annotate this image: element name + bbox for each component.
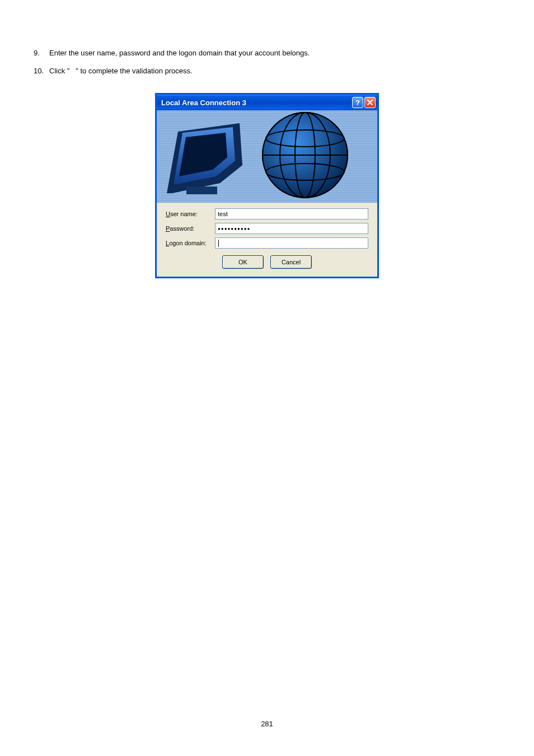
dialog-title: Local Area Connection 3 (161, 99, 352, 107)
ok-button[interactable]: OK (222, 255, 264, 269)
username-label: User name: (166, 211, 215, 217)
close-icon (367, 100, 373, 105)
credential-dialog: Local Area Connection 3 ? (155, 93, 379, 278)
step-9-text: Enter the user name, password and the lo… (49, 48, 500, 59)
cancel-button[interactable]: Cancel (270, 255, 312, 269)
step-10-number: 10. (34, 66, 49, 77)
close-button[interactable] (364, 97, 376, 108)
svg-rect-4 (186, 186, 217, 194)
username-input[interactable]: test (215, 208, 368, 220)
help-button[interactable]: ? (352, 97, 363, 108)
step-10-text: Click " " to complete the validation pro… (49, 66, 500, 77)
text-caret (218, 240, 219, 247)
help-icon: ? (355, 99, 360, 107)
dialog-titlebar[interactable]: Local Area Connection 3 ? (157, 95, 377, 110)
step-9: 9. Enter the user name, password and the… (34, 48, 500, 59)
logon-domain-input[interactable] (215, 237, 368, 249)
page-number: 281 (0, 720, 534, 728)
step-10: 10. Click " " to complete the validation… (34, 66, 500, 77)
password-input[interactable]: ●●●●●●●●●● (215, 223, 368, 234)
password-label: Password: (166, 225, 215, 232)
step-9-number: 9. (34, 48, 49, 59)
logon-domain-label: Logon domain: (166, 240, 215, 246)
dialog-banner (157, 110, 377, 203)
